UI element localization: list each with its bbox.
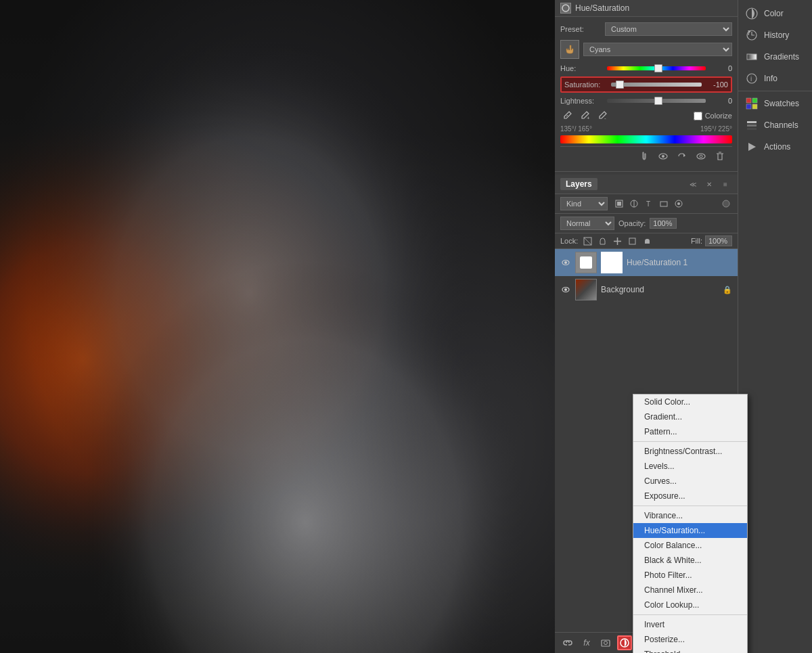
history-panel-item[interactable]: History — [738, 24, 812, 46]
pixel-filter-icon[interactable] — [613, 198, 625, 210]
lock-transparent-icon[interactable] — [582, 235, 593, 246]
lock-label: Lock: — [560, 237, 578, 245]
add-sample-icon[interactable]: + — [578, 109, 591, 122]
opacity-input[interactable]: 100% — [650, 218, 677, 229]
svg-rect-43 — [746, 104, 751, 109]
menu-color-balance[interactable]: Color Balance... — [633, 538, 747, 553]
hue-thumb[interactable] — [654, 64, 662, 72]
lightness-thumb[interactable] — [654, 97, 662, 105]
colorize-label: Colorize — [705, 112, 732, 120]
blend-mode-row: Normal Opacity: 100% — [555, 214, 738, 233]
layer-item-background[interactable]: Background 🔒 — [555, 276, 738, 303]
layers-header: Layers ≪ ✕ ≡ — [555, 175, 738, 194]
colorize-checkbox[interactable] — [694, 112, 702, 120]
panel-divider-1 — [738, 91, 812, 91]
lock-position-icon[interactable] — [612, 235, 623, 246]
info-panel-item[interactable]: i Info — [738, 68, 812, 89]
layer-mask-hue — [601, 252, 623, 273]
hs-panel-icon — [560, 3, 571, 14]
menu-channel-mixer[interactable]: Channel Mixer... — [633, 583, 747, 598]
channel-row: Cyans — [560, 40, 732, 59]
lock-artboard-icon[interactable] — [627, 235, 637, 246]
menu-photo-filter[interactable]: Photo Filter... — [633, 568, 747, 583]
menu-solid-color[interactable]: Solid Color... — [633, 395, 747, 409]
hue-slider-container — [607, 63, 706, 74]
menu-posterize[interactable]: Posterize... — [633, 632, 747, 647]
remove-sample-icon[interactable]: - — [595, 109, 609, 122]
filter-toggle[interactable] — [720, 198, 732, 210]
layer-item-hue[interactable]: Hue/Saturation 1 — [555, 249, 738, 276]
lock-image-icon[interactable] — [597, 235, 608, 246]
far-right-panel: Color History — [738, 0, 812, 653]
menu-pattern[interactable]: Pattern... — [633, 424, 747, 439]
layers-menu-icon[interactable]: ≡ — [719, 177, 732, 191]
saturation-track — [611, 83, 702, 87]
shape-filter-icon[interactable] — [658, 198, 670, 210]
saturation-row: Saturation: -100 — [560, 76, 732, 93]
lock-all-icon[interactable] — [641, 235, 652, 246]
channels-panel-item[interactable]: Channels — [738, 114, 812, 136]
adjustment-filter-icon[interactable] — [628, 198, 640, 210]
menu-exposure[interactable]: Exposure... — [633, 489, 747, 503]
fill-input[interactable] — [705, 235, 732, 246]
menu-sep-2 — [633, 505, 747, 506]
svg-text:T: T — [646, 200, 650, 208]
svg-point-25 — [564, 261, 567, 264]
channels-icon — [745, 118, 759, 132]
channels-label: Channels — [764, 120, 798, 130]
layers-collapse-icon[interactable]: ≪ — [686, 177, 700, 191]
context-menu: Solid Color... Gradient... Pattern... Br… — [633, 394, 748, 653]
add-mask-icon[interactable] — [598, 635, 613, 650]
svg-line-22 — [584, 238, 591, 245]
menu-threshold[interactable]: Threshold... — [633, 647, 747, 653]
menu-curves[interactable]: Curves... — [633, 474, 747, 489]
preset-row: Preset: Custom — [560, 22, 732, 36]
gradients-label: Gradients — [764, 52, 799, 62]
menu-invert[interactable]: Invert — [633, 617, 747, 632]
layer-visibility-hue[interactable] — [560, 257, 571, 268]
menu-sep-1 — [633, 441, 747, 442]
delete-icon[interactable] — [713, 150, 727, 163]
smart-filter-icon[interactable] — [673, 198, 685, 210]
color-panel-item[interactable]: Color — [738, 3, 812, 24]
preset-dropdown[interactable]: Custom — [605, 22, 732, 36]
menu-hue-saturation[interactable]: Hue/Saturation... — [633, 523, 747, 538]
svg-rect-3 — [0, 0, 555, 653]
channel-dropdown[interactable]: Cyans — [583, 43, 732, 56]
preset-label: Preset: — [560, 25, 601, 33]
saturation-slider-container — [611, 79, 702, 90]
reset-icon[interactable] — [675, 150, 689, 163]
menu-black-white[interactable]: Black & White... — [633, 553, 747, 568]
lightness-row: Lightness: 0 — [560, 95, 732, 106]
add-adjustment-icon[interactable] — [617, 635, 632, 650]
hue-row: Hue: 0 — [560, 63, 732, 74]
layer-visibility-bg[interactable] — [560, 284, 571, 295]
layers-close-icon[interactable]: ✕ — [702, 177, 716, 191]
menu-vibrance[interactable]: Vibrance... — [633, 508, 747, 523]
menu-gradient[interactable]: Gradient... — [633, 409, 747, 424]
menu-levels[interactable]: Levels... — [633, 459, 747, 474]
saturation-thumb[interactable] — [616, 81, 624, 89]
preview-icon[interactable] — [694, 150, 708, 163]
fx-icon[interactable]: fx — [579, 635, 594, 650]
text-filter-icon[interactable]: T — [643, 198, 655, 210]
panel-title: Hue/Saturation — [575, 3, 732, 13]
color-range-bar — [560, 135, 732, 143]
gradients-panel-item[interactable]: Gradients — [738, 46, 812, 68]
menu-brightness-contrast[interactable]: Brightness/Contrast... — [633, 444, 747, 459]
svg-rect-45 — [747, 121, 757, 123]
visibility-icon[interactable] — [656, 150, 670, 163]
menu-color-lookup[interactable]: Color Lookup... — [633, 598, 747, 612]
eyedropper-icon[interactable] — [560, 109, 574, 122]
blend-mode-dropdown[interactable]: Normal — [560, 217, 614, 230]
svg-point-11 — [697, 154, 705, 159]
swatches-panel-item[interactable]: Swatches — [738, 93, 812, 114]
actions-panel-item[interactable]: Actions — [738, 136, 812, 158]
channel-hand-btn[interactable] — [560, 40, 579, 59]
svg-rect-42 — [752, 98, 757, 103]
kind-dropdown[interactable]: Kind — [560, 197, 608, 210]
clip-icon[interactable] — [637, 150, 651, 163]
layer-filter-icons: T — [613, 198, 685, 210]
link-layers-icon[interactable] — [560, 635, 575, 650]
svg-rect-46 — [747, 125, 757, 127]
